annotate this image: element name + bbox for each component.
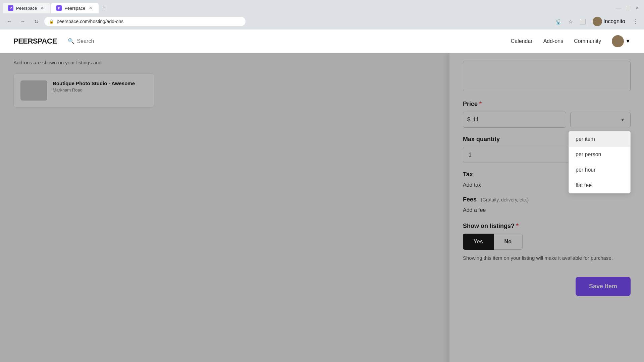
avatar — [593, 17, 602, 26]
close-button[interactable]: ✕ — [633, 4, 641, 12]
search-icon: 🔍 — [68, 38, 74, 44]
price-unit-dropdown-menu: per item per person per hour flat fee — [569, 131, 631, 193]
url-text: peerspace.com/hosting/add-ons — [57, 19, 123, 24]
menu-icon[interactable]: ⋮ — [631, 17, 640, 26]
search-label: Search — [77, 38, 94, 44]
lock-icon: 🔒 — [49, 19, 54, 24]
minimize-button[interactable]: — — [614, 4, 623, 12]
dropdown-option-per-item[interactable]: per item — [569, 131, 630, 147]
dropdown-option-per-person[interactable]: per person — [569, 147, 630, 162]
tab-1-label: Peerspace — [16, 6, 37, 11]
tab-bar: Peerspace ✕ Peerspace ✕ + — ⬜ ✕ — [0, 0, 644, 13]
toolbar-icons: 📡 ☆ ⬜ Incognito ⋮ — [554, 15, 640, 27]
profile-button[interactable]: Incognito — [590, 15, 628, 27]
new-tab-button[interactable]: + — [99, 3, 109, 13]
tab-2[interactable]: Peerspace ✕ — [51, 3, 99, 13]
tab-2-favicon — [56, 5, 62, 11]
search-button[interactable]: 🔍 Search — [68, 38, 94, 44]
cast-icon[interactable]: 📡 — [554, 17, 563, 26]
window-controls: — ⬜ ✕ — [614, 4, 641, 12]
site: PEERSPACE 🔍 Search Calendar Add-ons Comm… — [0, 29, 644, 362]
tab-1-close[interactable]: ✕ — [40, 5, 45, 11]
nav-links: Calendar Add-ons Community ▼ — [511, 35, 631, 47]
nav-community[interactable]: Community — [574, 38, 601, 44]
dropdown-option-flat-fee[interactable]: flat fee — [569, 178, 630, 193]
top-nav: PEERSPACE 🔍 Search Calendar Add-ons Comm… — [0, 29, 644, 53]
logo[interactable]: PEERSPACE — [13, 37, 57, 46]
content-area: Add-ons are shown on your listings and B… — [0, 53, 644, 362]
tab-1[interactable]: Peerspace ✕ — [3, 3, 50, 13]
tab-2-label: Peerspace — [64, 6, 85, 11]
address-bar: ← → ↻ 🔒 peerspace.com/hosting/add-ons 📡 … — [0, 13, 644, 29]
user-avatar — [612, 35, 624, 47]
url-bar[interactable]: 🔒 peerspace.com/hosting/add-ons — [44, 17, 246, 26]
forward-button[interactable]: → — [17, 16, 28, 27]
back-button[interactable]: ← — [4, 16, 15, 27]
refresh-button[interactable]: ↻ — [31, 16, 42, 27]
maximize-button[interactable]: ⬜ — [624, 4, 632, 12]
user-menu[interactable]: ▼ — [612, 35, 631, 47]
tab-2-close[interactable]: ✕ — [88, 5, 93, 11]
nav-calendar[interactable]: Calendar — [511, 38, 533, 44]
extensions-icon[interactable]: ⬜ — [578, 17, 587, 26]
bookmark-icon[interactable]: ☆ — [566, 17, 575, 26]
profile-label: Incognito — [603, 18, 625, 24]
dropdown-option-per-hour[interactable]: per hour — [569, 162, 630, 178]
browser-chrome: Peerspace ✕ Peerspace ✕ + — ⬜ ✕ ← → ↻ 🔒 … — [0, 0, 644, 29]
nav-addons[interactable]: Add-ons — [543, 38, 564, 44]
tab-1-favicon — [8, 5, 13, 11]
chevron-down-icon: ▼ — [625, 38, 631, 44]
modal-overlay — [0, 53, 644, 362]
